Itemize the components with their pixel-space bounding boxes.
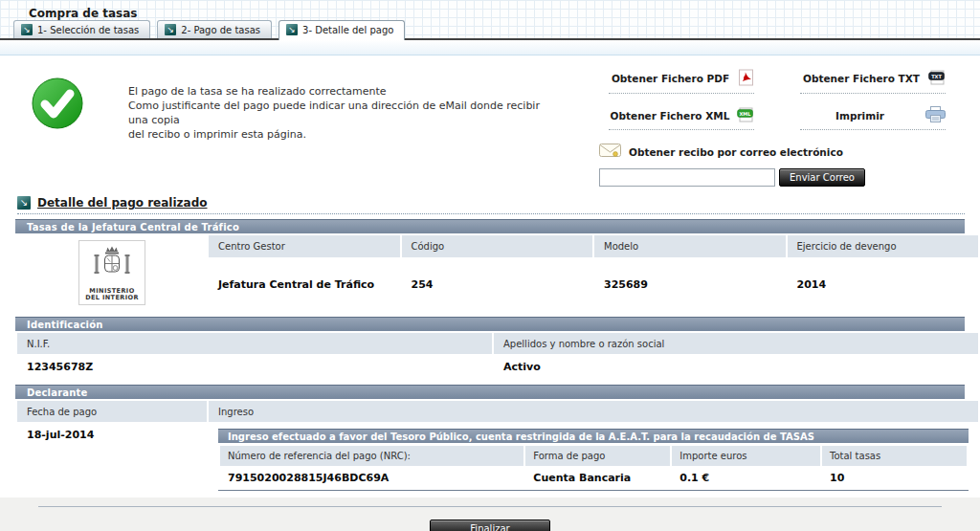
identificacion-table: N.I.F. Apellidos y nombre o razón social… (15, 331, 980, 380)
tasas-header-centro-gestor: Centro Gestor (209, 235, 400, 257)
tasas-section-bar: Tasas de la Jefatura Central de Tráfico (15, 219, 965, 233)
declarante-header-fecha: Fecha de pago (17, 401, 207, 422)
success-message: El pago de la tasa se ha realizado corre… (128, 84, 540, 187)
xml-file-icon: XML (737, 107, 754, 124)
ingreso-section-bar: Ingreso efectuado a favor del Tesoro Púb… (218, 429, 969, 443)
obtener-fichero-txt-button[interactable]: Obtener Fichero TXT TXT (800, 69, 946, 94)
success-line-2: Como justificante del pago puede indicar… (128, 99, 540, 127)
ingreso-value-total-tasas: 10 (822, 468, 967, 488)
declarante-table: Fecha de pago Ingreso 18-jul-2014 Ingres… (15, 399, 980, 498)
identificacion-header-nif: N.I.F. (17, 333, 492, 354)
tasas-value-ejercicio: 2014 (788, 259, 979, 310)
success-check-icon (31, 77, 84, 187)
tab-arrow-icon: ↘ (286, 24, 298, 35)
identificacion-value-apellidos: Activo (494, 356, 978, 378)
ingreso-value-importe: 0.1 € (672, 468, 820, 488)
email-heading-label: Obtener recibo por correo electrónico (629, 146, 843, 158)
tab-pago-de-tasas[interactable]: ↘ 2- Pago de tasas (157, 20, 272, 38)
identificacion-value-nif: 12345678Z (17, 356, 492, 378)
file-actions: Obtener Fichero PDF Obtener Fichero TXT (609, 69, 946, 187)
top-header: Compra de tasas ↘ 1- Selección de tasas … (0, 0, 980, 38)
tasas-value-codigo: 254 (402, 259, 593, 310)
ingreso-table: Número de referencia del pago (NRC): For… (218, 444, 969, 491)
pdf-button-label: Obtener Fichero PDF (609, 73, 732, 84)
detail-heading: ↘ Detalle del pago realizado (17, 196, 965, 214)
footer-area: Finalizar (0, 498, 980, 531)
ingreso-value-nrc: 7915020028815J46BDC69A (220, 468, 523, 488)
ingreso-detail-cell: Ingreso efectuado a favor del Tesoro Púb… (209, 424, 978, 496)
enviar-correo-button[interactable]: Enviar Correo (779, 168, 865, 187)
ingreso-value-forma-pago: Cuenta Bancaria (525, 468, 670, 488)
svg-text:TXT: TXT (931, 74, 942, 79)
tasas-header-codigo: Código (402, 235, 593, 257)
ingreso-header-total-tasas: Total tasas (822, 446, 967, 466)
payment-result-row: El pago de la tasa se ha realizado corre… (31, 69, 972, 187)
pdf-file-icon (738, 69, 754, 88)
section-arrow-icon: ↘ (17, 196, 31, 210)
tab-arrow-icon: ↘ (21, 24, 33, 35)
finalizar-button[interactable]: Finalizar (430, 520, 550, 531)
identificacion-section-bar: Identificación (15, 317, 965, 331)
tab-seleccion-de-tasas[interactable]: ↘ 1- Selección de tasas (13, 20, 150, 38)
ingreso-header-importe: Importe euros (672, 446, 820, 466)
tasas-header-ejercicio: Ejercicio de devengo (788, 235, 979, 257)
txt-button-label: Obtener Fichero TXT (800, 73, 923, 84)
footer-divider (38, 506, 942, 507)
email-address-input[interactable] (599, 168, 775, 187)
imprimir-button-label: Imprimir (800, 110, 920, 122)
main-content: El pago de la tasa se ha realizado corre… (0, 55, 980, 498)
xml-button-label: Obtener Fichero XML (609, 110, 731, 122)
declarante-value-fecha: 18-jul-2014 (17, 424, 207, 496)
page-title: Compra de tasas (29, 7, 137, 20)
success-line-3: del recibo o imprimir esta página. (128, 127, 540, 142)
envelope-icon (599, 144, 621, 160)
tab-arrow-icon: ↘ (165, 24, 176, 35)
tasas-table: MINISTERIO DEL INTERIOR Centro Gestor Có… (15, 233, 980, 312)
email-receipt-block: Obtener recibo por correo electrónico En… (599, 144, 946, 187)
tab-underline (0, 38, 980, 40)
declarante-section-bar: Declarante (15, 385, 965, 399)
declarante-header-ingreso: Ingreso (209, 401, 978, 422)
tab-label: 1- Selección de tasas (37, 25, 139, 35)
printer-icon (925, 106, 946, 124)
ingreso-header-forma-pago: Forma de pago (525, 446, 670, 466)
detail-heading-label: Detalle del pago realizado (37, 196, 208, 210)
tasas-value-modelo: 325689 (594, 259, 786, 310)
tab-detalle-del-pago[interactable]: ↘ 3- Detalle del pago (278, 20, 405, 40)
header-gradient-band (0, 40, 980, 55)
tab-bar: ↘ 1- Selección de tasas ↘ 2- Pago de tas… (13, 20, 405, 38)
imprimir-button[interactable]: Imprimir (800, 106, 946, 130)
identificacion-header-apellidos: Apellidos y nombre o razón social (494, 333, 978, 354)
ministerio-del-interior-logo: MINISTERIO DEL INTERIOR (78, 240, 145, 305)
tasas-header-modelo: Modelo (594, 235, 786, 257)
tab-label: 3- Detalle del pago (302, 25, 393, 35)
ingreso-header-nrc: Número de referencia del pago (NRC): (220, 446, 523, 466)
success-line-1: El pago de la tasa se ha realizado corre… (128, 84, 540, 99)
tab-label: 2- Pago de tasas (181, 25, 260, 35)
tasas-value-centro-gestor: Jefatura Central de Tráfico (209, 259, 400, 310)
obtener-fichero-pdf-button[interactable]: Obtener Fichero PDF (609, 69, 754, 94)
obtener-fichero-xml-button[interactable]: Obtener Fichero XML XML (609, 106, 754, 130)
svg-text:XML: XML (739, 110, 751, 116)
logo-text-line-2: DEL INTERIOR (85, 295, 139, 301)
txt-file-icon: TXT (928, 70, 946, 87)
ministerio-logo-cell: MINISTERIO DEL INTERIOR (17, 235, 207, 310)
